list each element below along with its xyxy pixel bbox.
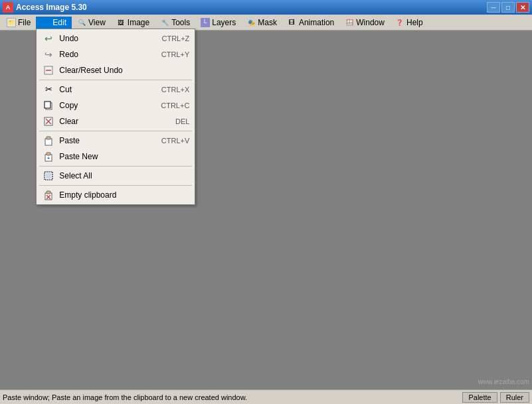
menu-edit[interactable]: Edit	[36, 17, 72, 29]
minimize-button[interactable]: ─	[487, 2, 500, 13]
dd-sep-3	[39, 166, 192, 167]
title-bar: A Access Image 5.30 ─ □ ✕	[0, 0, 532, 15]
menu-item-redo[interactable]: ↪ Redo CTRL+Y	[37, 46, 195, 62]
svg-rect-81	[46, 153, 50, 155]
edit-menu-icon	[41, 18, 50, 27]
menu-view[interactable]: 🔍 View	[72, 17, 111, 29]
window-controls: ─ □ ✕	[487, 2, 529, 13]
app-icon: A	[3, 2, 13, 13]
tools-menu-icon: 🔧	[160, 18, 169, 27]
menu-item-copy[interactable]: Copy CTRL+C	[37, 98, 195, 113]
menu-item-clear[interactable]: Clear DEL	[37, 113, 195, 129]
palette-button[interactable]: Palette	[462, 392, 497, 403]
ruler-button[interactable]: Ruler	[500, 392, 529, 403]
menu-animation[interactable]: 🎞 Animation	[282, 17, 339, 29]
menu-help[interactable]: ❓ Help	[390, 17, 428, 29]
menu-item-empty-clipboard[interactable]: Empty clipboard	[37, 187, 195, 203]
menu-item-undo[interactable]: ↩ Undo CTRL+Z	[37, 31, 195, 46]
copy-icon	[42, 100, 55, 111]
maximize-button[interactable]: □	[501, 2, 515, 13]
menu-item-cut[interactable]: ✂ Cut CTRL+X	[37, 82, 195, 98]
svg-rect-79	[46, 137, 50, 139]
menu-item-select-all[interactable]: Select All	[37, 168, 195, 184]
dd-sep-1	[39, 80, 192, 80]
window-menu-icon: 🪟	[345, 18, 354, 27]
edit-dropdown-menu: ↩ Undo CTRL+Z ↪ Redo CTRL+Y Clear/Reset …	[36, 29, 195, 205]
menu-layers[interactable]: L Layers	[195, 17, 241, 29]
menu-item-paste-new[interactable]: + Paste New	[37, 149, 195, 165]
help-menu-icon: ❓	[395, 18, 404, 27]
menu-tools[interactable]: 🔧 Tools	[155, 17, 195, 29]
status-text: Paste window; Paste an image from the cl…	[3, 393, 460, 401]
menu-item-clear-reset-undo[interactable]: Clear/Reset Undo	[37, 62, 195, 78]
svg-rect-86	[46, 191, 50, 194]
layers-menu-icon: L	[201, 18, 210, 27]
file-menu-icon: 📁	[7, 18, 16, 27]
svg-text:+: +	[47, 156, 50, 161]
menu-window[interactable]: 🪟 Window	[339, 17, 390, 29]
empty-clipboard-icon	[42, 189, 55, 201]
clear-icon	[42, 115, 55, 127]
dd-sep-2	[39, 131, 192, 131]
clear-reset-undo-icon	[42, 64, 55, 76]
select-all-icon	[42, 170, 55, 182]
view-menu-icon: 🔍	[77, 18, 86, 27]
redo-icon: ↪	[42, 48, 55, 60]
status-bar: Paste window; Paste an image from the cl…	[0, 389, 532, 404]
animation-menu-icon: 🎞	[288, 18, 297, 27]
dd-sep-4	[39, 185, 192, 186]
mask-menu-icon: 🎭	[246, 18, 256, 27]
svg-rect-84	[46, 173, 51, 178]
window-title: Access Image 5.30	[16, 3, 487, 12]
menu-file[interactable]: 📁 File	[1, 17, 36, 29]
image-menu-icon: 🖼	[116, 18, 126, 27]
menu-mask[interactable]: 🎭 Mask	[241, 17, 282, 29]
close-button[interactable]: ✕	[516, 2, 529, 13]
paste-icon	[42, 135, 55, 147]
paste-new-icon: +	[42, 151, 55, 163]
svg-rect-74	[44, 101, 50, 108]
menu-image[interactable]: 🖼 Image	[111, 17, 155, 29]
menu-item-paste[interactable]: Paste CTRL+V	[37, 133, 195, 149]
undo-icon: ↩	[42, 33, 55, 44]
cut-icon: ✂	[42, 84, 55, 96]
